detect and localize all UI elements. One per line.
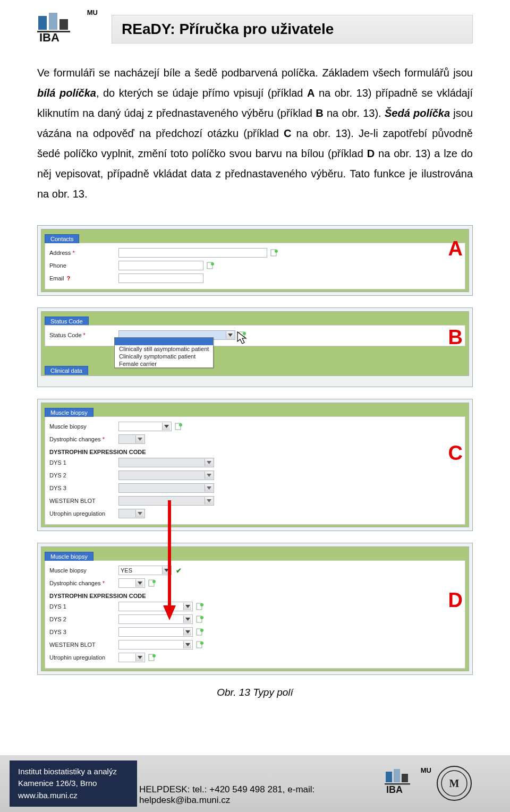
note-icon[interactable]	[148, 579, 156, 587]
tab-muscle-biopsy[interactable]: Muscle biopsy	[45, 408, 94, 417]
utrophin-select[interactable]	[118, 509, 145, 518]
dys2-select[interactable]	[118, 614, 193, 624]
chevron-down-icon	[183, 641, 191, 648]
svg-marker-18	[207, 474, 211, 477]
svg-point-6	[275, 250, 278, 253]
muscle-biopsy-select[interactable]	[118, 422, 172, 431]
note-icon[interactable]	[175, 423, 182, 430]
note-icon[interactable]	[270, 249, 278, 257]
western-blot-select[interactable]	[118, 496, 214, 506]
footer-helpdesk: HELPDESK: tel.: +420 549 498 281, e-mail…	[137, 784, 385, 807]
label-dys2: DYS 2	[49, 472, 118, 478]
chevron-down-icon	[226, 331, 234, 339]
label-dys3: DYS 3	[49, 485, 118, 491]
tab-status-code[interactable]: Status Code	[45, 317, 89, 326]
footer-institute: Institut biostatistiky a analýz	[18, 766, 129, 778]
svg-point-31	[200, 616, 203, 619]
chevron-down-icon	[183, 603, 191, 610]
example-panel-c: Muscle biopsy Muscle biopsy Dystrophic c…	[37, 399, 473, 531]
dropdown-option[interactable]: Clinically still asymptomatic patient	[115, 345, 213, 353]
logo-mu-text: MU	[87, 8, 98, 16]
address-input[interactable]	[118, 248, 267, 258]
label-western-blot: WESTERN BLOT	[49, 498, 118, 504]
label-muscle-biopsy: Muscle biopsy	[49, 567, 118, 574]
muscle-biopsy-select[interactable]: YES	[118, 566, 172, 575]
svg-rect-44	[394, 769, 400, 782]
dystrophin-code-heading: DYSTROPHIN EXPRESSION CODE	[49, 593, 461, 599]
dys2-select[interactable]	[118, 471, 214, 480]
note-icon[interactable]	[196, 616, 203, 623]
svg-point-28	[200, 603, 203, 606]
label-status-code: Status Code *	[49, 332, 118, 338]
label-utrophin: Utrophin upregulation	[49, 510, 118, 517]
footer-logo-iba: MU IBA	[385, 767, 432, 799]
svg-point-25	[152, 580, 156, 583]
svg-marker-29	[185, 618, 190, 621]
dys3-select[interactable]	[118, 483, 214, 493]
check-icon: ✔	[176, 567, 182, 575]
western-blot-select[interactable]	[118, 640, 193, 649]
svg-marker-12	[237, 332, 246, 344]
utrophin-select[interactable]	[118, 653, 145, 662]
dystrophic-changes-select[interactable]	[118, 578, 145, 588]
dys1-select[interactable]	[118, 602, 193, 611]
example-letter: C	[448, 442, 463, 465]
chevron-down-icon	[162, 567, 170, 574]
label-dystrophic-changes: Dystrophic changes *	[49, 436, 118, 442]
dystrophic-changes-select[interactable]	[118, 434, 145, 444]
chevron-down-icon	[135, 654, 143, 661]
note-icon[interactable]	[148, 654, 156, 661]
label-address: Address *	[49, 250, 118, 256]
svg-marker-26	[185, 605, 190, 608]
svg-marker-13	[164, 425, 169, 428]
email-input[interactable]	[118, 273, 203, 283]
example-letter: B	[448, 326, 463, 349]
chevron-down-icon	[183, 616, 191, 623]
footer-web: www.iba.muni.cz	[18, 790, 129, 802]
cursor-icon	[236, 331, 249, 345]
note-icon[interactable]	[196, 603, 203, 610]
label-email: Email ?	[49, 275, 118, 281]
svg-marker-23	[138, 582, 142, 585]
svg-text:IBA: IBA	[39, 31, 60, 42]
svg-marker-16	[138, 438, 142, 441]
dropdown-option[interactable]: Clinically symptomatic patient	[115, 353, 213, 360]
svg-point-8	[211, 262, 214, 266]
label-phone: Phone	[49, 262, 118, 269]
page-footer: Institut biostatistiky a analýz Kamenice…	[0, 755, 510, 813]
label-muscle-biopsy: Muscle biopsy	[49, 423, 118, 430]
svg-point-34	[200, 629, 203, 632]
svg-point-40	[152, 654, 156, 657]
dropdown-option[interactable]: Female carrier	[115, 360, 213, 367]
phone-input[interactable]	[118, 261, 203, 270]
note-icon[interactable]	[207, 262, 214, 269]
dys1-select[interactable]	[118, 458, 214, 467]
label-western-blot: WESTERN BLOT	[49, 642, 118, 648]
tab-muscle-biopsy[interactable]: Muscle biopsy	[45, 552, 94, 561]
tab-contacts[interactable]: Contacts	[45, 234, 79, 243]
svg-marker-35	[185, 643, 190, 646]
svg-rect-43	[386, 772, 392, 782]
dys3-select[interactable]	[118, 627, 193, 637]
note-icon[interactable]	[196, 641, 203, 648]
tab-clinical-data[interactable]: Clinical data	[45, 366, 88, 375]
chevron-down-icon	[135, 579, 143, 587]
svg-marker-38	[138, 656, 142, 659]
svg-marker-21	[138, 512, 142, 515]
label-utrophin: Utrophin upregulation	[49, 654, 118, 661]
intro-paragraph: Ve formuláři se nacházejí bíle a šedě po…	[37, 63, 473, 204]
status-code-dropdown[interactable]: Clinically still asymptomatic patient Cl…	[114, 337, 214, 368]
svg-marker-19	[207, 486, 211, 490]
dropdown-option[interactable]	[115, 338, 213, 345]
label-dys1: DYS 1	[49, 603, 118, 610]
note-icon[interactable]	[196, 628, 203, 636]
chevron-down-icon	[183, 628, 191, 636]
svg-marker-22	[164, 569, 169, 572]
footer-org-block: Institut biostatistiky a analýz Kamenice…	[10, 760, 137, 807]
svg-marker-9	[228, 334, 233, 337]
page-title: REaDY: Příručka pro uživatele	[112, 15, 473, 44]
figure-caption: Obr. 13 Typy polí	[37, 687, 473, 698]
svg-rect-45	[402, 774, 408, 782]
chevron-down-icon	[135, 435, 143, 443]
logo-mu-text: MU	[421, 766, 431, 774]
